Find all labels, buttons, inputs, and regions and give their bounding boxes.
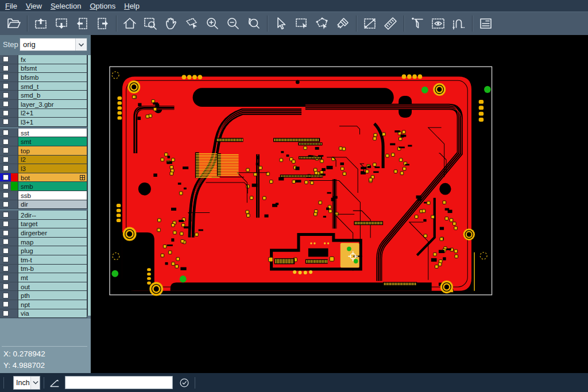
layer-row[interactable]: plug bbox=[0, 246, 87, 255]
layer-row-label[interactable]: bfsmt bbox=[21, 65, 85, 72]
layer-row[interactable]: mt bbox=[0, 273, 87, 282]
layer-row[interactable]: smb bbox=[0, 182, 87, 191]
layer-color-swatch[interactable] bbox=[11, 273, 18, 282]
menu-options[interactable]: Options bbox=[90, 2, 115, 10]
layer-color-swatch[interactable] bbox=[11, 137, 18, 146]
layer-row[interactable]: l2 bbox=[0, 156, 87, 165]
layer-color-swatch[interactable] bbox=[11, 73, 18, 82]
layer-color-swatch[interactable] bbox=[11, 109, 18, 118]
layer-row-label[interactable]: tm-b bbox=[21, 265, 85, 272]
layer-color-swatch[interactable] bbox=[11, 191, 18, 200]
layer-checkbox-cell[interactable] bbox=[0, 300, 11, 309]
layer-color-swatch[interactable] bbox=[11, 82, 18, 91]
layer-row[interactable]: top bbox=[0, 146, 87, 156]
layer-setup-button[interactable] bbox=[475, 14, 496, 33]
layer-row-label[interactable]: map bbox=[21, 239, 85, 246]
layer-checkbox-cell[interactable] bbox=[0, 173, 11, 183]
layer-checkbox-cell[interactable] bbox=[0, 282, 11, 292]
layer-row[interactable]: target bbox=[0, 220, 87, 229]
layer-checkbox[interactable] bbox=[3, 221, 9, 227]
open-file-button[interactable] bbox=[3, 14, 24, 33]
menu-view[interactable]: View bbox=[26, 2, 42, 10]
layer-row[interactable]: npt bbox=[0, 300, 87, 309]
layer-color-swatch[interactable] bbox=[11, 265, 18, 274]
layer-checkbox[interactable] bbox=[3, 83, 9, 89]
chevron-down-icon[interactable] bbox=[30, 377, 40, 389]
layer-checkbox-cell[interactable] bbox=[0, 156, 11, 165]
layer-color-swatch[interactable] bbox=[11, 173, 18, 183]
zoom-previous-button[interactable] bbox=[243, 14, 264, 33]
layer-checkbox[interactable] bbox=[3, 239, 9, 244]
layer-row-label[interactable]: smt bbox=[21, 138, 85, 145]
layer-checkbox[interactable] bbox=[3, 92, 9, 98]
pan-up-button[interactable] bbox=[30, 14, 51, 33]
layer-checkbox[interactable] bbox=[3, 230, 9, 236]
pan-right-button[interactable] bbox=[92, 14, 113, 33]
layer-row[interactable]: smt bbox=[0, 137, 87, 146]
layer-checkbox[interactable] bbox=[3, 174, 9, 180]
measure-input[interactable] bbox=[65, 376, 173, 389]
grid-icon[interactable] bbox=[80, 175, 85, 180]
select-rectangle-button[interactable] bbox=[291, 14, 312, 33]
layer-row[interactable]: sst bbox=[0, 129, 87, 138]
zoom-out-button[interactable] bbox=[223, 14, 243, 33]
chevron-down-icon[interactable] bbox=[75, 38, 87, 51]
layer-row[interactable]: ssb bbox=[0, 191, 87, 200]
brush-button[interactable] bbox=[332, 14, 353, 33]
menu-file[interactable]: File bbox=[5, 2, 17, 10]
layer-checkbox[interactable] bbox=[3, 130, 9, 135]
layer-checkbox[interactable] bbox=[3, 139, 9, 145]
layer-row[interactable]: tm-t bbox=[0, 255, 87, 265]
layer-color-swatch[interactable] bbox=[11, 200, 18, 209]
unit-select[interactable]: Inch bbox=[13, 376, 40, 390]
layer-color-swatch[interactable] bbox=[11, 91, 18, 100]
layer-row-label[interactable]: l3 bbox=[21, 165, 85, 172]
layer-color-swatch[interactable] bbox=[11, 156, 18, 165]
layer-color-swatch[interactable] bbox=[11, 220, 18, 229]
layer-row-label[interactable]: sst bbox=[21, 130, 85, 137]
layer-checkbox-cell[interactable] bbox=[0, 82, 11, 91]
layer-row[interactable]: l3 bbox=[0, 164, 87, 173]
layer-row[interactable]: bot bbox=[0, 173, 87, 183]
layer-row[interactable]: l3+1 bbox=[0, 118, 87, 127]
layer-checkbox[interactable] bbox=[3, 74, 9, 80]
select-cursor-button[interactable] bbox=[270, 14, 291, 33]
layer-checkbox[interactable] bbox=[3, 301, 9, 307]
layer-color-swatch[interactable] bbox=[11, 129, 18, 138]
layer-checkbox[interactable] bbox=[3, 184, 9, 189]
layer-row-label[interactable]: tm-t bbox=[21, 257, 85, 263]
layer-row[interactable]: out bbox=[0, 282, 87, 292]
layer-row[interactable]: dirgerber bbox=[0, 228, 87, 238]
zoom-in-button[interactable] bbox=[202, 14, 223, 33]
layer-row-label[interactable]: mt bbox=[21, 274, 85, 281]
layer-checkbox-cell[interactable] bbox=[0, 238, 11, 247]
layer-row[interactable]: bfsmb bbox=[0, 73, 87, 82]
pan-hand-button[interactable] bbox=[161, 14, 181, 33]
filter-button[interactable] bbox=[407, 14, 428, 33]
layer-color-swatch[interactable] bbox=[11, 211, 18, 220]
layer-row-label[interactable]: ssb bbox=[21, 192, 85, 199]
layer-row[interactable]: layer_3.gbr bbox=[0, 100, 87, 109]
layer-row[interactable]: fx bbox=[0, 55, 87, 64]
layer-checkbox[interactable] bbox=[3, 148, 9, 153]
layer-row-label[interactable]: l2+1 bbox=[21, 110, 85, 117]
layer-checkbox[interactable] bbox=[3, 192, 9, 198]
layer-color-swatch[interactable] bbox=[11, 100, 18, 109]
layer-checkbox-cell[interactable] bbox=[0, 55, 11, 64]
layer-checkbox[interactable] bbox=[3, 248, 9, 254]
layer-row-label[interactable]: smd_t bbox=[21, 83, 85, 90]
layer-color-swatch[interactable] bbox=[11, 146, 18, 156]
layer-checkbox-cell[interactable] bbox=[0, 265, 11, 274]
measure-ruler-button[interactable] bbox=[380, 14, 401, 33]
layer-row-label[interactable]: target bbox=[21, 220, 85, 227]
layer-row-label[interactable]: fx bbox=[21, 56, 85, 63]
layer-color-swatch[interactable] bbox=[11, 64, 18, 73]
layer-color-swatch[interactable] bbox=[11, 246, 18, 255]
view-visibility-button[interactable] bbox=[428, 14, 448, 33]
layer-row[interactable]: smd_b bbox=[0, 91, 87, 100]
step-select[interactable]: orig bbox=[20, 38, 87, 51]
layer-row-label[interactable]: l2 bbox=[21, 156, 85, 163]
layer-checkbox-cell[interactable] bbox=[0, 164, 11, 173]
layer-row[interactable]: bfsmt bbox=[0, 64, 87, 73]
layer-checkbox-cell[interactable] bbox=[0, 220, 11, 229]
